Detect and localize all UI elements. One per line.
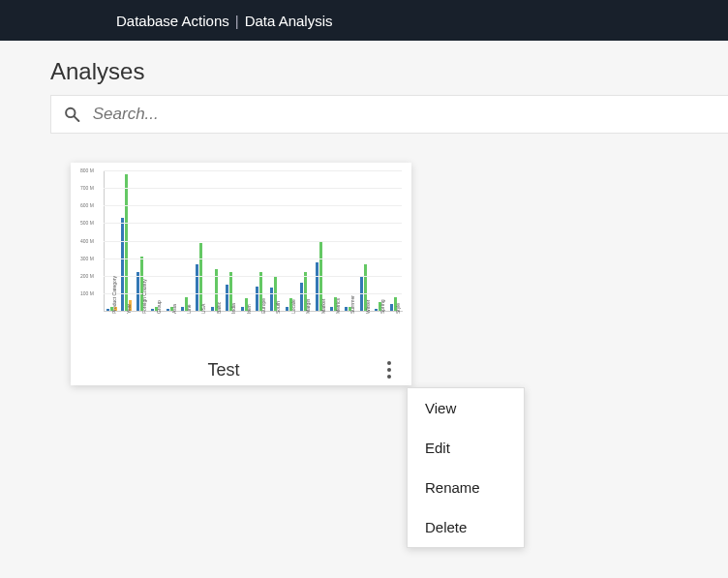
x-tick-label: Style — [395, 303, 401, 314]
x-tick-label: USA — [200, 304, 206, 314]
search-icon — [63, 105, 81, 124]
bar — [256, 287, 258, 311]
bar — [121, 218, 124, 311]
bar — [226, 285, 228, 311]
bar — [196, 264, 198, 311]
x-tick-label: Asia — [171, 304, 177, 314]
y-tick-label: 700 M — [80, 185, 94, 191]
bar — [241, 307, 244, 311]
x-tick-label: Product Category — [111, 276, 117, 314]
bar — [199, 243, 202, 311]
y-tick-label: 200 M — [80, 273, 94, 279]
bar — [345, 307, 348, 311]
x-tick-label: Line — [186, 305, 192, 314]
x-tick-label: Group — [156, 300, 162, 314]
bar — [390, 304, 393, 311]
x-tick-label: Metrics — [335, 298, 341, 314]
x-tick-label: Item — [246, 304, 252, 314]
card-footer: Test — [71, 354, 411, 385]
x-tick-label: Summer — [349, 295, 355, 314]
x-tick-label: Winter — [365, 300, 371, 314]
y-tick-label: 300 M — [80, 256, 94, 261]
svg-line-1 — [75, 116, 79, 121]
x-tick-label: Foreign Country — [141, 279, 147, 314]
bar — [167, 309, 169, 311]
breadcrumb-divider: | — [235, 13, 239, 29]
top-navbar: Database Actions | Data Analysis — [0, 0, 728, 41]
bar — [136, 272, 139, 311]
x-tick-label: Europe — [260, 298, 266, 314]
bar — [125, 174, 128, 311]
search-bar[interactable] — [50, 95, 728, 134]
x-tick-label: Spring — [379, 300, 385, 314]
more-actions-icon[interactable] — [377, 357, 402, 382]
x-tick-label: India — [230, 303, 236, 314]
y-tick-label: 100 M — [80, 290, 94, 296]
menu-item-delete[interactable]: Delete — [408, 507, 524, 547]
context-menu: View Edit Rename Delete — [407, 387, 525, 548]
y-tick-label: 800 M — [80, 167, 94, 173]
bar — [286, 307, 288, 311]
chart-thumbnail: 800 M700 M600 M500 M400 M300 M200 M100 M… — [80, 170, 402, 354]
breadcrumb-current[interactable]: Data Analysis — [245, 13, 333, 29]
menu-item-rename[interactable]: Rename — [408, 468, 524, 507]
x-tick-label: Margin — [305, 299, 311, 314]
bar — [181, 307, 184, 311]
x-tick-label: Baltic — [216, 302, 222, 314]
y-tick-label: 400 M — [80, 238, 94, 244]
y-tick-label: 600 M — [80, 202, 94, 208]
bar — [375, 309, 378, 311]
card-title: Test — [71, 360, 377, 380]
bar — [270, 288, 273, 311]
bar — [106, 309, 109, 311]
search-input[interactable] — [91, 104, 728, 125]
x-tick-label: Year — [126, 304, 132, 314]
y-tick-label: 500 M — [80, 220, 94, 226]
bar — [211, 307, 214, 311]
x-tick-label: South — [275, 301, 281, 314]
page-title: Analyses — [50, 58, 728, 85]
breadcrumb-root[interactable]: Database Actions — [116, 13, 229, 29]
bar — [151, 309, 154, 311]
bar — [316, 262, 318, 311]
x-tick-label: Locale — [290, 299, 296, 314]
analysis-card[interactable]: 800 M700 M600 M500 M400 M300 M200 M100 M… — [71, 163, 411, 385]
menu-item-edit[interactable]: Edit — [408, 428, 524, 468]
bar — [330, 307, 333, 311]
x-tick-label: Market — [320, 299, 326, 314]
menu-item-view[interactable]: View — [408, 388, 524, 428]
bar — [300, 283, 303, 311]
